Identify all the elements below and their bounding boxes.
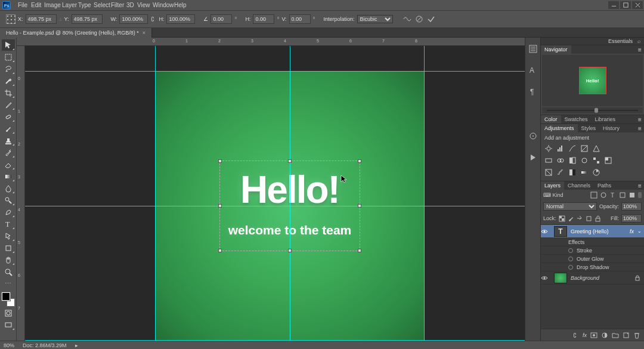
link-icon[interactable]: [150, 16, 156, 22]
curves-icon[interactable]: [568, 144, 577, 153]
fg-color[interactable]: [2, 292, 10, 301]
channelmixer-icon[interactable]: [592, 156, 600, 165]
y-input[interactable]: [72, 14, 103, 24]
w-input[interactable]: [119, 14, 148, 24]
shape-tool[interactable]: [2, 242, 15, 254]
layer-effect-item[interactable]: Stroke: [541, 246, 644, 255]
lock-pos-icon[interactable]: [577, 215, 583, 222]
posterize-icon[interactable]: [556, 168, 565, 177]
crop-tool[interactable]: [2, 87, 15, 98]
move-tool[interactable]: [2, 39, 15, 51]
interp-select[interactable]: Bicubic: [357, 15, 393, 23]
type-tool[interactable]: T: [2, 218, 15, 230]
threshold-icon[interactable]: [568, 168, 577, 177]
actions-panel-icon[interactable]: [528, 152, 538, 163]
marquee-tool[interactable]: [2, 51, 15, 63]
link-layers-icon[interactable]: [572, 332, 579, 339]
canvas-area[interactable]: 0 1 2 3 4 5 6 7 8 0 1 2 3 4 5 6 7 Hello!…: [17, 38, 525, 341]
tab-swatches[interactable]: Swatches: [561, 115, 592, 123]
filter-image-icon[interactable]: [590, 192, 597, 199]
zoom-tool[interactable]: [2, 266, 15, 277]
panel-menu-icon[interactable]: ≡: [636, 125, 644, 132]
fill-input[interactable]: [621, 214, 642, 223]
filter-shape-icon[interactable]: [619, 192, 626, 199]
history-panel-icon[interactable]: [528, 44, 538, 54]
delete-icon[interactable]: [633, 332, 640, 339]
navigator-thumb[interactable]: Hello!: [542, 55, 643, 106]
new-layer-icon[interactable]: [623, 332, 630, 339]
brightness-icon[interactable]: [544, 144, 553, 153]
edit-toolbar[interactable]: ⋯: [2, 278, 15, 289]
document-tab[interactable]: Hello - Example.psd @ 80% (Greeting (Hel…: [0, 28, 152, 38]
selective-color-icon[interactable]: [592, 168, 600, 177]
tab-styles[interactable]: Styles: [578, 124, 600, 132]
character-panel-icon[interactable]: A: [528, 65, 538, 76]
blur-tool[interactable]: [2, 183, 15, 194]
guide-vertical[interactable]: [424, 46, 425, 341]
tab-color[interactable]: Color: [541, 115, 561, 123]
brush-tool[interactable]: [2, 123, 15, 134]
hue-sat-icon[interactable]: [544, 156, 553, 165]
eyedropper-tool[interactable]: [2, 99, 15, 110]
maximize-button[interactable]: [620, 1, 631, 9]
layer-item[interactable]: T Greeting (Hello) fx ⌄: [541, 225, 644, 238]
ruler-horizontal[interactable]: 0 1 2 3 4 5 6 7 8: [17, 38, 525, 46]
guide-horizontal[interactable]: [25, 340, 525, 341]
tab-adjustments[interactable]: Adjustments: [541, 124, 578, 132]
heal-tool[interactable]: [2, 111, 15, 122]
lock-nest-icon[interactable]: [586, 215, 592, 222]
minimize-button[interactable]: [608, 1, 619, 9]
pen-tool[interactable]: [2, 206, 15, 218]
filter-toggle[interactable]: [638, 192, 642, 198]
ruler-vertical[interactable]: 0 1 2 3 4 5 6 7: [17, 46, 25, 341]
commit-icon[interactable]: [426, 14, 436, 24]
tab-history[interactable]: History: [599, 124, 623, 132]
lasso-tool[interactable]: [2, 63, 15, 75]
visibility-icon[interactable]: [541, 228, 552, 235]
warp-icon[interactable]: [402, 14, 412, 24]
levels-icon[interactable]: [556, 144, 565, 153]
panel-menu-icon[interactable]: ≡: [636, 47, 644, 53]
filter-smart-icon[interactable]: [628, 192, 636, 199]
close-button[interactable]: [632, 1, 643, 9]
screenmode-tool[interactable]: [2, 319, 15, 331]
color-swatch[interactable]: [2, 292, 15, 307]
transform-ref-icon[interactable]: [6, 14, 16, 24]
gradientmap-icon[interactable]: [580, 168, 589, 177]
paragraph-panel-icon[interactable]: ¶: [528, 87, 538, 97]
tab-libraries[interactable]: Libraries: [592, 115, 620, 123]
filter-text-icon[interactable]: T: [609, 192, 617, 199]
panel-menu-icon[interactable]: ≡: [636, 183, 644, 189]
workspace-label[interactable]: Essentials: [608, 38, 633, 44]
stamp-tool[interactable]: [2, 135, 15, 146]
mask-icon[interactable]: [590, 332, 597, 339]
photofilter-icon[interactable]: [580, 156, 589, 165]
lock-pixels-icon[interactable]: [568, 215, 574, 222]
close-tab-icon[interactable]: ×: [143, 30, 145, 36]
layer-effect-item[interactable]: Outer Glow: [541, 255, 644, 263]
layer-item[interactable]: Background: [541, 271, 644, 285]
blend-select[interactable]: Normal: [543, 202, 597, 211]
fx-collapse-icon[interactable]: ⌄: [637, 228, 644, 234]
tab-paths[interactable]: Paths: [594, 181, 615, 190]
filter-adj-icon[interactable]: [600, 192, 607, 199]
transform-box[interactable]: [219, 160, 360, 251]
colorlookup-icon[interactable]: [604, 156, 612, 165]
vibrance-icon[interactable]: [592, 144, 600, 153]
group-icon[interactable]: [612, 332, 619, 339]
eraser-tool[interactable]: [2, 159, 15, 170]
skewv-input[interactable]: [289, 14, 311, 24]
menu-help[interactable]: Help: [171, 1, 190, 10]
tab-channels[interactable]: Channels: [564, 181, 594, 190]
gradient-tool[interactable]: [2, 171, 15, 182]
path-select-tool[interactable]: [2, 230, 15, 242]
wand-tool[interactable]: [2, 75, 15, 87]
tab-navigator[interactable]: Navigator: [541, 45, 571, 54]
fx-icon[interactable]: fx: [583, 332, 587, 338]
navigator-zoom-slider[interactable]: [542, 107, 643, 113]
bw-icon[interactable]: [568, 156, 577, 165]
status-chevron-icon[interactable]: ▸: [75, 342, 78, 348]
status-zoom[interactable]: 80%: [4, 342, 14, 348]
h-input[interactable]: [166, 14, 195, 24]
exposure-icon[interactable]: [580, 144, 589, 153]
